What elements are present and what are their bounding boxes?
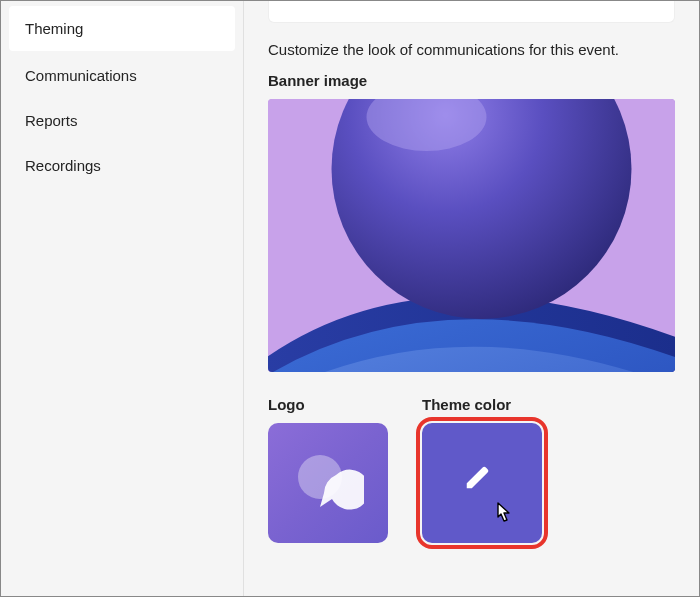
sidebar-item-label: Recordings — [25, 157, 101, 174]
banner-image-label: Banner image — [268, 72, 675, 89]
banner-abstract-art — [268, 99, 675, 372]
logo-tile-group: Logo — [268, 396, 388, 543]
main-panel: Customize the look of communications for… — [244, 1, 699, 596]
chat-bubbles-icon — [292, 447, 364, 519]
banner-image-preview[interactable] — [268, 99, 675, 372]
previous-card-edge — [268, 1, 675, 23]
sidebar-item-label: Theming — [25, 20, 83, 37]
sidebar-item-recordings[interactable]: Recordings — [1, 143, 243, 188]
tiles-row: Logo Theme color — [268, 396, 675, 543]
sidebar-item-label: Communications — [25, 67, 137, 84]
pointer-cursor-icon — [490, 501, 514, 529]
pencil-icon — [463, 462, 493, 492]
sidebar-item-reports[interactable]: Reports — [1, 98, 243, 143]
sidebar-item-theming[interactable]: Theming — [9, 6, 235, 51]
theming-description: Customize the look of communications for… — [268, 41, 675, 58]
theme-color-label: Theme color — [422, 396, 542, 413]
logo-label: Logo — [268, 396, 388, 413]
theme-color-tile-group: Theme color — [422, 396, 542, 543]
theme-color-tile[interactable] — [422, 423, 542, 543]
sidebar-item-communications[interactable]: Communications — [1, 53, 243, 98]
sidebar-item-label: Reports — [25, 112, 78, 129]
logo-tile[interactable] — [268, 423, 388, 543]
settings-sidebar: Theming Communications Reports Recording… — [1, 1, 244, 596]
settings-layout: Theming Communications Reports Recording… — [1, 1, 699, 596]
